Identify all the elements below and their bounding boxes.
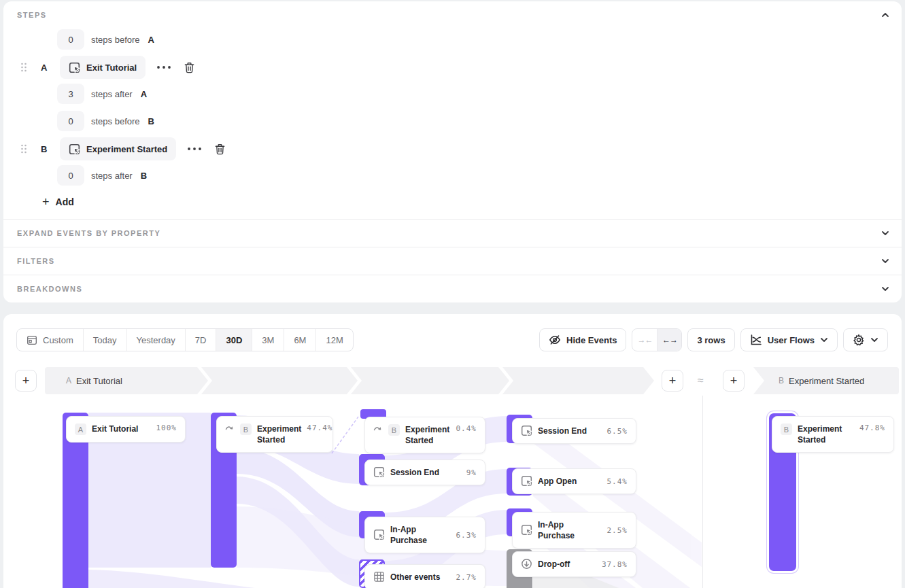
- steps-after-label: steps after: [91, 171, 133, 181]
- step-b-delete-button[interactable]: [214, 143, 226, 155]
- steps-after-b-row: 0 steps after B: [57, 165, 147, 186]
- node-percent: 6.5%: [607, 427, 628, 436]
- node-label: Experiment Started: [405, 424, 451, 446]
- steps-after-label: steps after: [91, 89, 133, 99]
- node-label: In-App Purchase: [390, 524, 451, 546]
- drag-handle-icon[interactable]: [20, 62, 27, 73]
- node-card-in-app-purchase-2[interactable]: In-App Purchase 2.5%: [512, 512, 636, 549]
- steps-before-label: steps before: [91, 116, 140, 126]
- event-icon: [69, 143, 80, 155]
- node-label: Experiment Started: [798, 423, 854, 445]
- step-letter: B: [41, 144, 50, 154]
- node-card-session-end-1[interactable]: Session End 9%: [364, 460, 485, 485]
- step-b-event-button[interactable]: Experiment Started: [60, 137, 176, 160]
- chevron-down-icon: [881, 257, 889, 265]
- more-icon: [187, 147, 202, 151]
- step-chip: B: [240, 423, 252, 435]
- node-label: Other events: [390, 572, 451, 583]
- step-chip: B: [388, 424, 400, 436]
- step-chip: A: [75, 423, 86, 435]
- section-filters[interactable]: FILTERS: [3, 247, 902, 275]
- node-percent: 6.3%: [456, 531, 477, 540]
- event-icon: [373, 529, 385, 540]
- section-label: FILTERS: [17, 257, 55, 265]
- node-percent: 47.4%: [307, 423, 332, 432]
- node-percent: 5.4%: [607, 477, 628, 486]
- node-percent: 37.8%: [602, 560, 628, 569]
- steps-after-a-row: 3 steps after A: [57, 84, 147, 104]
- node-percent: 9%: [466, 468, 477, 477]
- step-ref: B: [148, 116, 154, 126]
- step-ref: A: [141, 89, 147, 99]
- node-label: In-App Purchase: [538, 519, 602, 541]
- steps-panel: STEPS 0 steps before A A Exit Tutorial: [3, 1, 902, 302]
- step-a-event-label: Exit Tutorial: [86, 63, 137, 73]
- step-b-more-button[interactable]: [187, 147, 202, 151]
- node-card-experiment-started-final[interactable]: B Experiment Started 47.8%: [772, 416, 894, 453]
- step-a-row: A Exit Tutorial: [20, 56, 195, 79]
- node-card-experiment-started-2[interactable]: B Experiment Started 0.4%: [364, 417, 485, 453]
- section-breakdowns[interactable]: BREAKDOWNS: [3, 275, 902, 302]
- node-card-app-open[interactable]: App Open 5.4%: [512, 468, 636, 494]
- node-label: Session End: [538, 426, 602, 436]
- node-card-other-events[interactable]: Other events 2.7%: [364, 564, 485, 588]
- event-icon: [521, 475, 532, 487]
- more-icon: [156, 65, 171, 69]
- node-label: Experiment Started: [257, 423, 301, 445]
- drag-handle-icon[interactable]: [20, 143, 27, 154]
- node-card-experiment-started-1[interactable]: B Experiment Started 47.4%: [216, 416, 333, 453]
- node-card-session-end-2[interactable]: Session End 6.5%: [512, 418, 636, 444]
- steps-after-a-input[interactable]: 3: [57, 84, 84, 104]
- chevron-up-icon[interactable]: [881, 11, 889, 19]
- step-a-delete-button[interactable]: [184, 62, 195, 73]
- chevron-down-icon: [881, 229, 889, 237]
- step-a-more-button[interactable]: [156, 65, 171, 69]
- steps-before-b-input[interactable]: 0: [57, 111, 84, 131]
- grid-icon: [373, 571, 385, 583]
- section-label: EXPAND EVENTS BY PROPERTY: [17, 229, 160, 237]
- step-a-event-button[interactable]: Exit Tutorial: [60, 56, 146, 79]
- step-chip: B: [781, 423, 792, 435]
- approx-symbol: ≈: [694, 366, 707, 396]
- steps-after-b-input[interactable]: 0: [57, 165, 84, 186]
- steps-before-a-row: 0 steps before A: [57, 29, 154, 50]
- node-percent: 2.7%: [456, 573, 477, 582]
- steps-before-b-row: 0 steps before B: [57, 111, 154, 131]
- event-icon: [521, 425, 532, 436]
- redirect-icon: [373, 423, 383, 433]
- steps-section-header[interactable]: STEPS: [17, 11, 889, 19]
- trash-icon: [184, 62, 195, 73]
- node-label: App Open: [538, 476, 602, 487]
- add-step-button[interactable]: + Add: [42, 196, 74, 208]
- redirect-icon: [225, 423, 235, 432]
- step-b-event-label: Experiment Started: [86, 144, 167, 154]
- steps-before-a-input[interactable]: 0: [57, 29, 84, 50]
- node-label: Session End: [390, 467, 461, 478]
- event-icon: [69, 62, 80, 73]
- trash-icon: [214, 143, 226, 155]
- drop-off-icon: [521, 558, 532, 570]
- add-step-label: Add: [56, 196, 74, 207]
- node-percent: 47.8%: [859, 423, 885, 432]
- node-label: Drop-off: [538, 559, 596, 570]
- node-card-drop-off[interactable]: Drop-off 37.8%: [512, 551, 636, 577]
- step-ref: A: [148, 35, 154, 45]
- node-percent: 100%: [156, 423, 177, 432]
- flow-panel: Custom Today Yesterday 7D 30D 3M 6M 12M …: [3, 314, 902, 588]
- plus-icon: +: [42, 196, 50, 208]
- node-card-exit-tutorial[interactable]: A Exit Tutorial 100%: [66, 416, 186, 443]
- node-percent: 2.5%: [607, 526, 628, 535]
- steps-title: STEPS: [17, 11, 47, 19]
- node-percent: 0.4%: [456, 424, 477, 433]
- step-letter: A: [41, 63, 50, 73]
- chevron-down-icon: [881, 285, 889, 293]
- node-card-in-app-purchase-1[interactable]: In-App Purchase 6.3%: [364, 517, 485, 553]
- step-ref: B: [141, 171, 147, 181]
- node-label: Exit Tutorial: [92, 423, 151, 434]
- event-icon: [521, 524, 532, 536]
- section-label: BREAKDOWNS: [17, 285, 82, 293]
- section-expand-events-by-property[interactable]: EXPAND EVENTS BY PROPERTY: [3, 219, 902, 247]
- steps-before-label: steps before: [91, 35, 140, 45]
- step-b-row: B Experiment Started: [20, 137, 226, 160]
- event-icon: [373, 466, 385, 478]
